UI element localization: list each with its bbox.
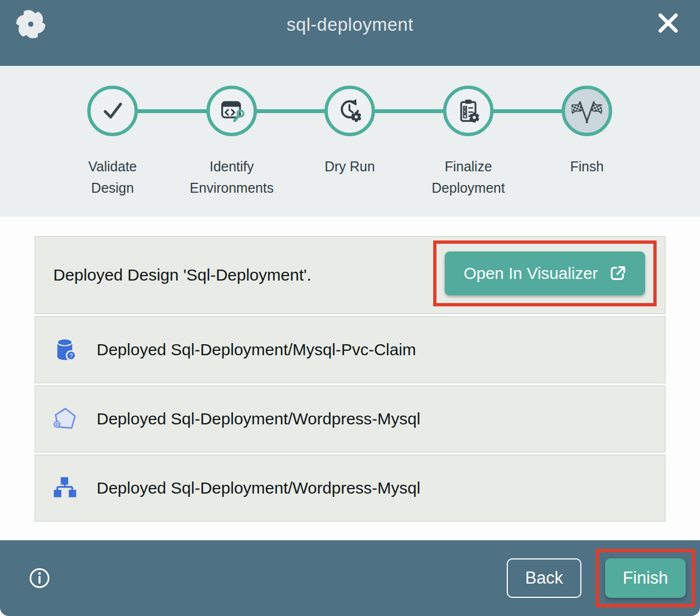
step-circle-finalize-deployment[interactable] xyxy=(443,86,494,136)
back-button[interactable]: Back xyxy=(507,558,581,598)
annotation-highlight-visualizer: Open In Visualizer xyxy=(433,240,657,306)
deployment-results-card: Deployed Design 'Sql-Deployment'. Open I… xyxy=(35,236,665,522)
deployed-resource-row: ? Deployed Sql-Deployment/Mysql-Pvc-Clai… xyxy=(35,316,665,383)
step-label: Identify Environments xyxy=(169,156,295,199)
check-icon xyxy=(98,96,127,126)
deployed-design-row: Deployed Design 'Sql-Deployment'. Open I… xyxy=(35,236,665,314)
deployment-wizard-dialog: sql-deployment Validate Design xyxy=(0,0,700,616)
step-circle-validate-design[interactable] xyxy=(87,86,138,136)
step-circle-finsh[interactable] xyxy=(562,86,612,136)
step-circle-identify-environments[interactable] xyxy=(206,86,257,136)
close-button[interactable] xyxy=(655,10,681,36)
step-validate-design: Validate Design xyxy=(49,86,176,199)
close-icon xyxy=(655,10,681,36)
deployed-resource-row: Deployed Sql-Deployment/Wordpress-Mysql xyxy=(35,455,665,522)
step-circle-dry-run[interactable] xyxy=(324,86,375,136)
wizard-stepper: Validate Design Ide xyxy=(0,66,700,217)
open-in-visualizer-label: Open In Visualizer xyxy=(463,264,598,283)
open-in-new-icon xyxy=(609,265,626,282)
open-in-visualizer-button[interactable]: Open In Visualizer xyxy=(445,251,645,295)
deployed-resource-text: Deployed Sql-Deployment/Wordpress-Mysql xyxy=(97,479,421,497)
step-label: Dry Run xyxy=(287,156,413,177)
dialog-title: sql-deployment xyxy=(0,14,700,35)
deployed-resource-text: Deployed Sql-Deployment/Wordpress-Mysql xyxy=(97,410,421,428)
step-label: Finalize Deployment xyxy=(405,156,531,199)
annotation-highlight-finish: Finish xyxy=(596,549,695,607)
step-label: Finsh xyxy=(524,156,650,177)
info-button[interactable] xyxy=(27,566,52,590)
step-identify-environments: Identify Environments xyxy=(169,86,295,199)
deployed-design-message: Deployed Design 'Sql-Deployment'. xyxy=(53,266,311,284)
step-finsh: Finsh xyxy=(524,86,650,177)
sync-gear-icon xyxy=(335,97,364,125)
results-panel: Deployed Design 'Sql-Deployment'. Open I… xyxy=(0,217,700,540)
deployed-resource-text: Deployed Sql-Deployment/Mysql-Pvc-Claim xyxy=(97,340,416,359)
deployed-resource-row: Deployed Sql-Deployment/Wordpress-Mysql xyxy=(35,385,665,452)
step-dry-run: Dry Run xyxy=(287,86,413,177)
svg-text:?: ? xyxy=(69,352,72,359)
pentagon-icon xyxy=(52,405,79,433)
code-wrench-icon xyxy=(217,97,246,125)
dialog-header: sql-deployment xyxy=(0,0,700,66)
dialog-footer: Back Finish xyxy=(0,540,700,616)
step-finalize-deployment: Finalize Deployment xyxy=(405,86,531,199)
database-icon: ? xyxy=(52,336,79,363)
clipboard-gear-icon xyxy=(454,97,483,125)
tree-icon xyxy=(52,474,79,502)
info-icon xyxy=(27,566,52,590)
checkered-flags-icon xyxy=(572,96,602,126)
step-label: Validate Design xyxy=(49,156,176,199)
finish-button[interactable]: Finish xyxy=(605,558,686,598)
